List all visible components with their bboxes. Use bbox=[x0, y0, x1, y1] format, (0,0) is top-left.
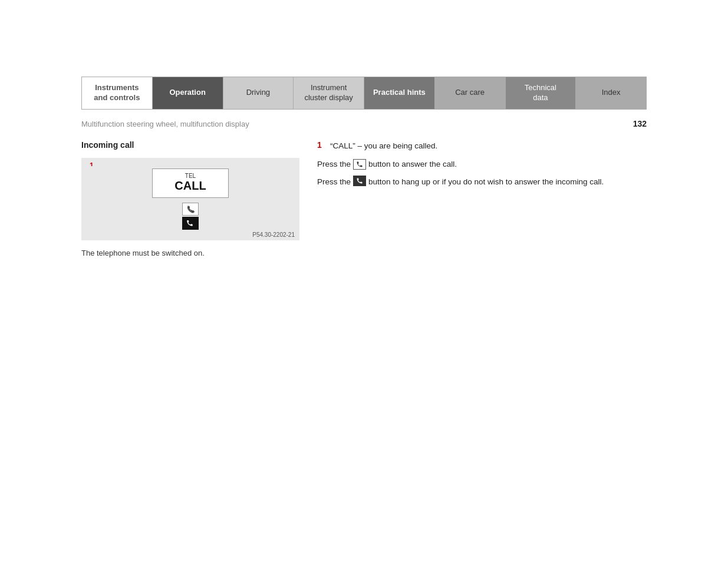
section-note: The telephone must be switched on. bbox=[81, 249, 299, 257]
nav-tabs: Instruments and controls Operation Drivi… bbox=[0, 77, 728, 110]
hangup-icon-diagram bbox=[182, 217, 199, 230]
hangup-phone-icon bbox=[353, 176, 366, 186]
breadcrumb-line: Multifunction steering wheel, multifunct… bbox=[81, 119, 647, 128]
display-tel-label: TEL bbox=[159, 173, 222, 179]
instruction-answer: Press the button to answer the call. bbox=[317, 158, 647, 171]
tab-index[interactable]: Index bbox=[576, 77, 646, 109]
tab-operation[interactable]: Operation bbox=[153, 77, 223, 109]
left-column: Incoming call 1 TEL CALL 📞 bbox=[81, 140, 299, 257]
instruction-answer-before: Press the bbox=[317, 158, 351, 171]
display-screen: TEL CALL bbox=[152, 168, 229, 198]
tab-driving[interactable]: Driving bbox=[223, 77, 294, 109]
tab-car-care[interactable]: Car care bbox=[435, 77, 506, 109]
section-title: Incoming call bbox=[81, 140, 299, 150]
right-column: 1 “CALL” – you are being called. Press t… bbox=[317, 140, 647, 257]
diagram-box: 1 TEL CALL 📞 bbox=[81, 158, 299, 240]
step-1-number: 1 bbox=[317, 140, 325, 150]
tab-practical-hints[interactable]: Practical hints bbox=[364, 77, 435, 109]
tab-instrument-cluster[interactable]: Instrument cluster display bbox=[294, 77, 364, 109]
step-1-text: “CALL” – you are being called. bbox=[330, 140, 437, 152]
phone-icons: 📞 bbox=[182, 203, 199, 230]
instruction-answer-after: button to answer the call. bbox=[368, 158, 457, 171]
instruction-hangup-after: button to hang up or if you do not wish … bbox=[368, 176, 604, 189]
tab-instruments[interactable]: Instruments and controls bbox=[82, 77, 153, 109]
main-layout: Incoming call 1 TEL CALL 📞 bbox=[81, 140, 647, 257]
tab-technical-data[interactable]: Technical data bbox=[506, 77, 577, 109]
step-1: 1 “CALL” – you are being called. bbox=[317, 140, 647, 152]
answer-icon-diagram: 📞 bbox=[182, 203, 199, 216]
page-content: Multifunction steering wheel, multifunct… bbox=[81, 110, 647, 257]
svg-text:📞: 📞 bbox=[187, 205, 195, 213]
instruction-hangup-before: Press the bbox=[317, 176, 351, 189]
page-number: 132 bbox=[633, 119, 647, 128]
display-call-text: CALL bbox=[159, 179, 222, 193]
diagram-inner: TEL CALL 📞 bbox=[90, 166, 291, 232]
instruction-hangup: Press the button to hang up or if you do… bbox=[317, 176, 647, 189]
diagram-reference: P54.30-2202-21 bbox=[252, 232, 295, 238]
breadcrumb: Multifunction steering wheel, multifunct… bbox=[81, 120, 621, 128]
answer-phone-icon bbox=[353, 159, 366, 170]
